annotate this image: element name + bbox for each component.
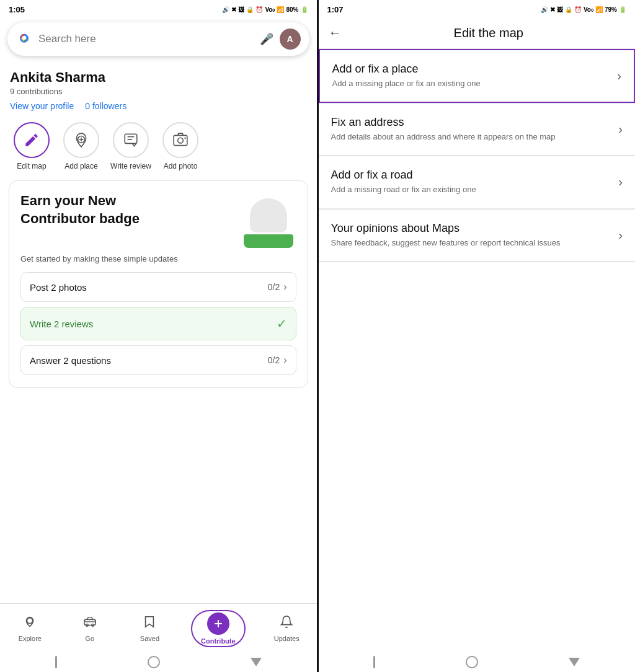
write-review-button[interactable]: Write review	[109, 122, 153, 170]
user-name: Ankita Sharma	[10, 69, 307, 86]
edit-item-add-fix-place-content: Add or fix a place Add a missing place o…	[332, 63, 610, 89]
task-questions-progress: 0/2 ›	[268, 355, 287, 366]
edit-item-fix-address[interactable]: Fix an address Add details about an addr…	[319, 104, 636, 156]
edit-map-icon	[14, 122, 50, 158]
edit-item-opinions-title: Your opinions about Maps	[331, 222, 611, 235]
microphone-icon[interactable]: 🎤	[260, 32, 273, 46]
edit-item-add-fix-road[interactable]: Add or fix a road Add a missing road or …	[319, 156, 636, 208]
edit-item-opinions[interactable]: Your opinions about Maps Share feedback,…	[319, 210, 636, 262]
action-buttons-row: Edit map Add place	[0, 116, 317, 177]
badge-card-subtitle: Get started by making these simple updat…	[20, 254, 296, 263]
svg-rect-12	[174, 135, 187, 145]
home-circle-icon	[148, 656, 160, 668]
profile-links: View your profile 0 followers	[10, 101, 307, 111]
edit-map-button[interactable]: Edit map	[10, 122, 53, 170]
home-indicator-left	[0, 651, 317, 672]
nav-saved[interactable]: Saved	[131, 615, 168, 642]
task-photos-label: Post 2 photos	[30, 282, 87, 293]
nav-updates[interactable]: Updates	[268, 615, 305, 642]
home-bar-icon	[55, 656, 57, 668]
write-review-label: Write review	[110, 162, 151, 170]
svg-point-16	[27, 618, 33, 624]
edit-item-add-fix-place-desc: Add a missing place or fix an existing o…	[332, 78, 610, 89]
right-panel: 1:07 🔊 ✖ 🖼 🔒 ⏰ Vo₀ 📶 79% 🔋 ← Edit the ma…	[319, 0, 636, 672]
home-bar-right-icon	[373, 656, 375, 668]
add-place-icon	[63, 122, 99, 158]
divider-4	[319, 262, 636, 262]
nav-contribute-label: Contribute	[201, 637, 236, 645]
time-left: 1:05	[9, 5, 25, 14]
task-questions[interactable]: Answer 2 questions 0/2 ›	[20, 345, 296, 375]
svg-point-5	[22, 36, 27, 40]
task-questions-chevron: ›	[283, 355, 286, 366]
view-profile-link[interactable]: View your profile	[10, 101, 74, 111]
explore-icon	[23, 615, 37, 632]
edit-item-fix-address-chevron: ›	[618, 122, 623, 136]
edit-item-opinions-chevron: ›	[618, 228, 623, 242]
write-review-icon	[113, 122, 149, 158]
nav-saved-label: Saved	[140, 635, 159, 642]
right-title: Edit the map	[352, 26, 626, 40]
edit-item-add-fix-place[interactable]: Add or fix a place Add a missing place o…	[319, 49, 636, 103]
edit-item-add-fix-road-chevron: ›	[618, 175, 623, 189]
search-bar[interactable]: Search here 🎤 A	[7, 22, 309, 56]
badge-card-title: Earn your New Contributor badge	[20, 192, 157, 228]
edit-item-opinions-content: Your opinions about Maps Share feedback,…	[331, 222, 611, 249]
edit-item-fix-address-title: Fix an address	[331, 116, 611, 129]
home-circle-right-icon	[466, 656, 478, 668]
home-triangle-right-icon	[569, 658, 580, 666]
status-icons-right: 🔊 ✖ 🖼 🔒 ⏰ Vo₀ 📶 79% 🔋	[541, 6, 626, 13]
contribute-plus-icon	[207, 612, 229, 635]
right-header: ← Edit the map	[319, 17, 636, 49]
avatar[interactable]: A	[280, 29, 301, 50]
google-maps-logo	[16, 31, 32, 47]
nav-updates-label: Updates	[274, 635, 300, 642]
nav-go[interactable]: Go	[71, 615, 109, 642]
updates-icon	[280, 615, 293, 632]
status-bar-left: 1:05 🔊 ✖ 🖼 🔒 ⏰ Vo₀ 📶 80% 🔋	[0, 0, 317, 17]
add-photo-icon	[162, 122, 198, 158]
edit-item-opinions-desc: Share feedback, suggest new features or …	[331, 237, 611, 249]
edit-item-add-fix-place-title: Add or fix a place	[332, 63, 610, 76]
edit-item-add-fix-road-content: Add or fix a road Add a missing road or …	[331, 169, 611, 195]
task-photos-chevron: ›	[283, 281, 286, 293]
home-indicator-right	[319, 651, 636, 672]
status-bar-right: 1:07 🔊 ✖ 🖼 🔒 ⏰ Vo₀ 📶 79% 🔋	[319, 0, 636, 17]
go-icon	[83, 615, 97, 632]
add-photo-label: Add photo	[164, 162, 198, 170]
edit-map-label: Edit map	[17, 162, 46, 170]
task-questions-label: Answer 2 questions	[30, 355, 111, 366]
followers-link[interactable]: 0 followers	[85, 101, 127, 111]
time-right: 1:07	[327, 5, 344, 14]
badge-card: Earn your New Contributor badge Get star…	[9, 180, 308, 388]
saved-icon	[143, 615, 156, 632]
add-place-button[interactable]: Add place	[60, 122, 103, 170]
add-place-label: Add place	[64, 162, 97, 170]
edit-item-add-fix-road-desc: Add a missing road or fix an existing on…	[331, 184, 611, 195]
add-photo-button[interactable]: Add photo	[159, 122, 202, 170]
user-section: Ankita Sharma 9 contributions View your …	[0, 61, 317, 116]
back-button[interactable]: ←	[329, 25, 342, 41]
home-triangle-icon	[251, 658, 262, 666]
nav-go-label: Go	[86, 635, 95, 642]
nav-explore[interactable]: Explore	[11, 615, 48, 642]
task-photos[interactable]: Post 2 photos 0/2 ›	[20, 272, 296, 302]
task-reviews-check: ✓	[277, 316, 287, 331]
edit-item-add-fix-road-title: Add or fix a road	[331, 169, 611, 182]
contributions-count: 9 contributions	[10, 87, 307, 96]
search-bar-container: Search here 🎤 A	[0, 17, 317, 61]
nav-contribute[interactable]: Contribute	[191, 610, 246, 647]
svg-rect-9	[125, 134, 137, 143]
status-icons-left: 🔊 ✖ 🖼 🔒 ⏰ Vo₀ 📶 80% 🔋	[222, 6, 308, 13]
edit-item-fix-address-content: Fix an address Add details about an addr…	[331, 116, 611, 143]
right-spacer	[319, 350, 636, 652]
nav-explore-label: Explore	[19, 635, 42, 642]
search-input[interactable]: Search here	[38, 33, 254, 45]
task-photos-progress: 0/2 ›	[268, 281, 287, 293]
badge-icon	[241, 192, 296, 248]
edit-map-list: Add or fix a place Add a missing place o…	[319, 49, 636, 350]
edit-item-add-fix-place-chevron: ›	[617, 69, 621, 83]
task-reviews[interactable]: Write 2 reviews ✓	[20, 307, 296, 340]
edit-item-fix-address-desc: Add details about an address and where i…	[331, 131, 611, 143]
bottom-nav: Explore Go Saved	[0, 603, 317, 651]
